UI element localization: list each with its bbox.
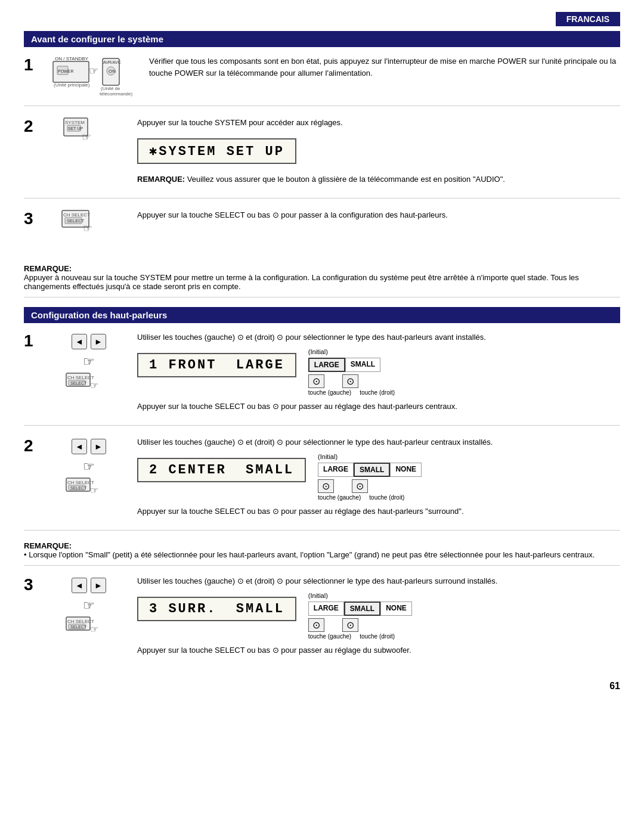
config-step2-chselect: CH SELECT SELECT ☞ bbox=[65, 477, 113, 501]
nav-labels-3: touche (gauche) touche (droit) bbox=[308, 633, 395, 640]
nav-labels-2: touche (gauche) touche (droit) bbox=[318, 494, 404, 501]
config-step1-options: (Initial) LARGE SMALL ⊙ ⊙ touche (gauche… bbox=[308, 348, 395, 396]
config-step2-text1: Utiliser les touches (gauche) ⊙ et (droi… bbox=[137, 436, 620, 448]
svg-text:télécommande): télécommande) bbox=[100, 91, 132, 97]
touche-gauche-2: touche (gauche) bbox=[318, 494, 361, 501]
option-buttons-3: LARGE SMALL NONE bbox=[308, 602, 412, 616]
option-small-1[interactable]: SMALL bbox=[345, 358, 380, 372]
svg-text:☞: ☞ bbox=[90, 624, 98, 634]
svg-text:CH SELECT: CH SELECT bbox=[67, 375, 94, 380]
config-step1-text2: Appuyer sur la touche SELECT ou bas ⊙ po… bbox=[137, 401, 620, 413]
config-step3-text1: Utiliser les touches (gauche) ⊙ et (droi… bbox=[137, 575, 620, 587]
section1-step1: 1 ON / STANDBY POWER (Unité principale) … bbox=[24, 55, 620, 106]
remarque-title: REMARQUE: bbox=[24, 264, 620, 273]
right-arrow-btn-2[interactable]: ► bbox=[91, 439, 106, 454]
svg-text:SELECT: SELECT bbox=[70, 486, 87, 490]
left-nav-icon-3[interactable]: ⊙ bbox=[308, 618, 324, 632]
section2-header: Configuration des haut-parleurs bbox=[24, 307, 620, 323]
svg-text:SELECT: SELECT bbox=[70, 625, 87, 629]
section1-step2: 2 SYSTEM SET UP ☞ Appuyer sur la touche … bbox=[24, 117, 620, 199]
option-small-3[interactable]: SMALL bbox=[344, 602, 380, 616]
svg-text:(Unité de: (Unité de bbox=[101, 86, 120, 91]
config-step3-lcd: 3 SURR. SMALL bbox=[137, 597, 296, 621]
option-buttons-1: LARGE SMALL bbox=[308, 358, 380, 372]
config-step2-options: (Initial) LARGE SMALL NONE ⊙ ⊙ touche (g… bbox=[318, 453, 422, 501]
step2-remarque: REMARQUE: Veuillez vous assurer que le b… bbox=[137, 173, 620, 185]
config-step3-chselect: CH SELECT SELECT ☞ bbox=[65, 616, 113, 640]
config-step3-text2: Appuyer sur la touche SELECT ou bas ⊙ po… bbox=[137, 644, 620, 656]
config-step2-nav: ◄ ► bbox=[72, 439, 106, 454]
option-large-1[interactable]: LARGE bbox=[308, 358, 345, 372]
svg-text:☞: ☞ bbox=[83, 222, 92, 234]
svg-text:ON / STANDBY: ON / STANDBY bbox=[55, 56, 89, 61]
right-nav-icon-1[interactable]: ⊙ bbox=[342, 374, 358, 388]
config-step2-icon: ◄ ► ☞ CH SELECT SELECT ☞ bbox=[50, 436, 128, 501]
step1-text: Vérifier que tous les composants sont en… bbox=[149, 55, 620, 79]
svg-text:CH SELECT: CH SELECT bbox=[67, 480, 94, 485]
config-step1-chselect: CH SELECT SELECT ☞ bbox=[65, 372, 113, 396]
config-step1-content: Utiliser les touches (gauche) ⊙ et (droi… bbox=[137, 331, 620, 417]
step2-text: Appuyer sur la touche SYSTEM pour accéde… bbox=[137, 117, 620, 129]
nav-labels-1: touche (gauche) touche (droit) bbox=[308, 389, 395, 396]
config-step1: 1 ◄ ► ☞ CH SELECT SELECT ☞ Utiliser les … bbox=[24, 331, 620, 426]
svg-text:☞: ☞ bbox=[90, 380, 98, 390]
option-large-2[interactable]: LARGE bbox=[318, 463, 354, 477]
nav-icons-row-2: ⊙ ⊙ bbox=[318, 479, 368, 493]
step2-lcd: ✱SYSTEM SET UP bbox=[137, 138, 296, 164]
svg-text:AVR/AVC: AVR/AVC bbox=[103, 60, 121, 64]
svg-text:POWER: POWER bbox=[58, 69, 73, 73]
config-step2-content: Utiliser les touches (gauche) ⊙ et (droi… bbox=[137, 436, 620, 522]
option-none-2[interactable]: NONE bbox=[390, 463, 422, 477]
step2-content: Appuyer sur la touche SYSTEM pour accéde… bbox=[137, 117, 620, 190]
left-nav-icon-2[interactable]: ⊙ bbox=[318, 479, 334, 493]
svg-text:CH SELECT: CH SELECT bbox=[63, 212, 90, 218]
step3-device-svg: CH SELECT SELECT ☞ bbox=[59, 209, 119, 245]
option-none-3[interactable]: NONE bbox=[380, 602, 412, 616]
section1-remarque: REMARQUE: Appuyer à nouveau sur la touch… bbox=[24, 264, 620, 297]
hand-icon-3: ☞ bbox=[83, 598, 95, 613]
svg-text:SYSTEM: SYSTEM bbox=[65, 120, 85, 125]
left-arrow-btn-2[interactable]: ◄ bbox=[72, 439, 87, 454]
option-large-3[interactable]: LARGE bbox=[308, 602, 344, 616]
step3-icon-area: CH SELECT SELECT ☞ bbox=[50, 209, 128, 245]
config-remarque-body: • Lorsque l'option "Small" (petit) a été… bbox=[24, 550, 620, 559]
initial-label-1: (Initial) bbox=[308, 348, 328, 355]
step-number-2: 2 bbox=[24, 118, 41, 135]
svg-text:ON: ON bbox=[109, 69, 116, 74]
step2-device-svg: SYSTEM SET UP ☞ bbox=[59, 117, 119, 153]
right-nav-icon-2[interactable]: ⊙ bbox=[352, 479, 368, 493]
right-arrow-btn[interactable]: ► bbox=[91, 334, 106, 349]
left-arrow-btn-3[interactable]: ◄ bbox=[72, 578, 87, 593]
config-step1-nav: ◄ ► bbox=[72, 334, 106, 349]
config-step1-text1: Utiliser les touches (gauche) ⊙ et (droi… bbox=[137, 331, 620, 343]
step1-icon-area: ON / STANDBY POWER (Unité principale) ☞ … bbox=[50, 55, 140, 97]
lang-header: FRANCAIS bbox=[24, 12, 620, 26]
hand-icon-2: ☞ bbox=[83, 459, 95, 475]
config-step-number-1: 1 bbox=[24, 333, 41, 349]
page-number: 61 bbox=[24, 681, 620, 692]
option-buttons-2: LARGE SMALL NONE bbox=[318, 463, 422, 477]
svg-text:SET UP: SET UP bbox=[68, 126, 83, 131]
step3-content: Appuyer sur la touche SELECT ou bas ⊙ po… bbox=[137, 209, 620, 226]
touche-droit-3: touche (droit) bbox=[360, 633, 395, 640]
left-nav-icon-1[interactable]: ⊙ bbox=[308, 374, 324, 388]
lang-badge: FRANCAIS bbox=[556, 12, 620, 26]
step2-icon-area: SYSTEM SET UP ☞ bbox=[50, 117, 128, 153]
config-step1-lcd: 1 FRONT LARGE bbox=[137, 353, 296, 377]
left-arrow-btn[interactable]: ◄ bbox=[72, 334, 87, 349]
option-small-2[interactable]: SMALL bbox=[354, 463, 390, 477]
right-nav-icon-3[interactable]: ⊙ bbox=[342, 618, 358, 632]
step1-content: Vérifier que tous les composants sont en… bbox=[149, 55, 620, 83]
remarque-label: REMARQUE: bbox=[137, 175, 185, 184]
svg-text:SELECT: SELECT bbox=[70, 381, 87, 385]
config-step-number-2: 2 bbox=[24, 438, 41, 454]
hand-icon-1: ☞ bbox=[83, 354, 95, 370]
nav-icons-row-1: ⊙ ⊙ bbox=[308, 374, 358, 388]
touche-droit-2: touche (droit) bbox=[369, 494, 404, 501]
step-number-1: 1 bbox=[24, 57, 41, 73]
svg-text:☞: ☞ bbox=[82, 131, 91, 143]
step1-device-svg: ON / STANDBY POWER (Unité principale) ☞ … bbox=[50, 55, 140, 97]
config-step3-content: Utiliser les touches (gauche) ⊙ et (droi… bbox=[137, 575, 620, 661]
touche-droit-1: touche (droit) bbox=[360, 389, 395, 396]
right-arrow-btn-3[interactable]: ► bbox=[91, 578, 106, 593]
